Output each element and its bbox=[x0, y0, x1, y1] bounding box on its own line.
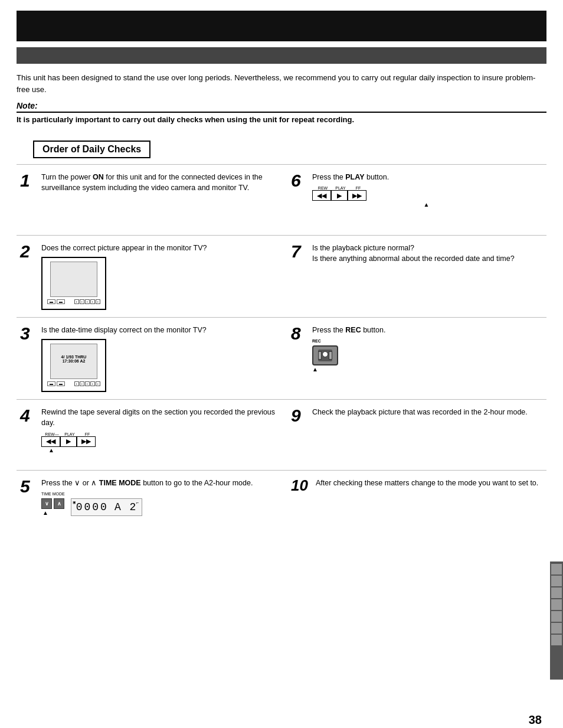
tv-bottom-3: ▬ ▬ ▪ ▪ ▪ ▪ ▪ bbox=[42, 380, 105, 387]
step-10: 10 After checking these matters change t… bbox=[282, 470, 546, 541]
step-3-number: 3 bbox=[20, 325, 37, 342]
right-tab-stripe-7 bbox=[551, 635, 562, 645]
time-btn-down: ∨ bbox=[41, 498, 52, 509]
right-tab bbox=[550, 561, 563, 680]
rew-button: ◀◀ bbox=[312, 190, 331, 201]
step-2-content: Does the correct picture appear in the m… bbox=[41, 243, 276, 310]
tv-btn-3-1: ▪ bbox=[74, 381, 79, 386]
ff-label: FF bbox=[349, 186, 368, 190]
step-9-content: Check the playback picture that was reco… bbox=[312, 407, 541, 421]
vcr-btn-row: ◀◀ ▶ ▶▶ bbox=[312, 190, 541, 201]
rec-top-label: REC bbox=[312, 339, 541, 343]
step-5: 5 Press the ∨ or ∧ TIME MODE button to g… bbox=[17, 470, 282, 541]
tv-btn-3-3: ▪ bbox=[85, 381, 90, 386]
section-header: Order of Daily Checks bbox=[33, 141, 150, 158]
tv-controls-left-3: ▬ ▬ bbox=[47, 381, 65, 386]
step-2: 2 Does the correct picture appear in the… bbox=[17, 235, 282, 317]
time-mode-value: A 2 bbox=[114, 501, 137, 513]
tv-speaker-left: ▬ bbox=[47, 299, 55, 304]
step-5-text: Press the ∨ or ∧ TIME MODE button to go … bbox=[41, 478, 276, 488]
tv-btn-4: ▪ bbox=[90, 299, 95, 304]
step-2-number: 2 bbox=[20, 243, 37, 260]
time-display-corner: ⌐ bbox=[136, 500, 140, 505]
tv-controls-right: ▪ ▪ ▪ ▪ ▪ bbox=[74, 299, 100, 304]
step-10-text: After checking these matters change to t… bbox=[316, 478, 541, 488]
step-8-content: Press the REC button. REC bbox=[312, 325, 541, 373]
step-9: 9 Check the playback picture that was re… bbox=[282, 399, 546, 470]
step-1-number: 1 bbox=[20, 172, 37, 190]
step-9-text: Check the playback picture that was reco… bbox=[312, 407, 541, 417]
step-10-number: 10 bbox=[291, 478, 311, 493]
rec-bar-left bbox=[318, 351, 322, 360]
ff-button: ▶▶ bbox=[348, 190, 366, 201]
tv-screen-3: 4/ 1/93 THRU17:30:06 A2 bbox=[50, 344, 97, 379]
right-tab-stripe-5 bbox=[551, 611, 562, 622]
step-1-content: Turn the power ON for this unit and for … bbox=[41, 172, 276, 197]
step-3-text: Is the date-time display correct on the … bbox=[41, 325, 276, 335]
step-3-content: Is the date-time display correct on the … bbox=[41, 325, 276, 392]
step-6-vcr: REW PLAY FF ◀◀ ▶ ▶▶ ▲ bbox=[312, 186, 541, 208]
tv-controls-left: ▬ ▬ bbox=[47, 299, 65, 304]
tv-monitor-3: 4/ 1/93 THRU17:30:06 A2 ▬ ▬ ▪ ▪ ▪ bbox=[41, 339, 106, 392]
play-button: ▶ bbox=[331, 190, 348, 201]
step-7-content: Is the playback picture normal?Is there … bbox=[312, 243, 541, 267]
step-6-text: Press the PLAY button. bbox=[312, 172, 541, 182]
steps-container: 1 Turn the power ON for this unit and fo… bbox=[17, 164, 546, 541]
step-7-text: Is the playback picture normal?Is there … bbox=[312, 243, 541, 264]
tv-btn-3-5: ▪ bbox=[96, 381, 100, 386]
step-5-time-area: TIME MODE ∨ ∧ ▲ ▣ 0000 A 2 bbox=[41, 492, 276, 516]
step-10-content: After checking these matters change to t… bbox=[316, 478, 541, 492]
step-4-play-label: PLAY bbox=[61, 432, 78, 436]
step-6-number: 6 bbox=[291, 172, 307, 190]
page-number: 38 bbox=[529, 713, 542, 727]
rec-circles bbox=[318, 351, 332, 360]
step-4-ff-btn: ▶▶ bbox=[77, 436, 96, 447]
tv-btn-3-4: ▪ bbox=[90, 381, 95, 386]
step-4-content: Rewind the tape several digits on the se… bbox=[41, 407, 276, 453]
rec-area: REC ▲ bbox=[312, 339, 541, 373]
step-5-content: Press the ∨ or ∧ TIME MODE button to go … bbox=[41, 478, 276, 516]
note-divider bbox=[17, 112, 546, 113]
rec-bar-right bbox=[329, 351, 332, 360]
tv-btn-3-2: ▪ bbox=[80, 381, 84, 386]
step-1-text: Turn the power ON for this unit and for … bbox=[41, 172, 276, 193]
step-4: 4 Rewind the tape several digits on the … bbox=[17, 399, 282, 470]
time-mode-buttons: ∨ ∧ bbox=[41, 498, 65, 509]
step-4-ff-label: FF bbox=[78, 432, 97, 436]
tv-monitor-2: ▬ ▬ ▪ ▪ ▪ ▪ ▪ bbox=[41, 257, 106, 310]
tv-speaker-left-3: ▬ bbox=[47, 381, 55, 386]
tv-btn-5: ▪ bbox=[96, 299, 100, 304]
tv-screen-2 bbox=[50, 262, 97, 297]
right-tab-stripe-6 bbox=[551, 623, 562, 634]
play-arrow: ▲ bbox=[312, 201, 541, 208]
tv-btn-3: ▪ bbox=[85, 299, 90, 304]
time-mode-arrow: ▲ bbox=[41, 510, 65, 516]
step-8-text: Press the REC button. bbox=[312, 325, 541, 335]
step-4-text: Rewind the tape several digits on the se… bbox=[41, 407, 276, 428]
step-6-content: Press the PLAY button. REW PLAY FF ◀◀ ▶ … bbox=[312, 172, 541, 208]
play-label: PLAY bbox=[332, 186, 349, 190]
top-bar bbox=[17, 11, 546, 41]
step-4-vcr-labels: REW— PLAY FF bbox=[41, 432, 97, 436]
step-5-time-row: TIME MODE ∨ ∧ ▲ ▣ 0000 A 2 bbox=[41, 492, 276, 516]
tv-speaker-right-3: ▬ bbox=[57, 381, 65, 386]
second-bar bbox=[17, 47, 546, 64]
right-tab-stripe-1 bbox=[551, 564, 562, 574]
tv-bottom-2: ▬ ▬ ▪ ▪ ▪ ▪ ▪ bbox=[42, 298, 105, 305]
step-7: 7 Is the playback picture normal?Is ther… bbox=[282, 235, 546, 317]
step-4-rew-label: REW— bbox=[42, 432, 61, 436]
step-1: 1 Turn the power ON for this unit and fo… bbox=[17, 164, 282, 235]
right-tab-stripe-3 bbox=[551, 587, 562, 598]
step-5-time-mode-label-area: TIME MODE ∨ ∧ ▲ bbox=[41, 492, 65, 516]
rec-button bbox=[312, 345, 338, 365]
tv-btn-1: ▪ bbox=[74, 299, 79, 304]
tv-controls-right-3: ▪ ▪ ▪ ▪ ▪ bbox=[74, 381, 100, 386]
tv-btn-2: ▪ bbox=[80, 299, 84, 304]
rew-label: REW bbox=[313, 186, 332, 190]
note-section: Note: It is particularly important to ca… bbox=[17, 101, 546, 124]
step-8-number: 8 bbox=[291, 325, 307, 342]
step-6: 6 Press the PLAY button. REW PLAY FF ◀◀ … bbox=[282, 164, 546, 235]
step-9-number: 9 bbox=[291, 407, 307, 425]
step-4-arrow: ▲ bbox=[41, 447, 54, 453]
step-3: 3 Is the date-time display correct on th… bbox=[17, 317, 282, 399]
